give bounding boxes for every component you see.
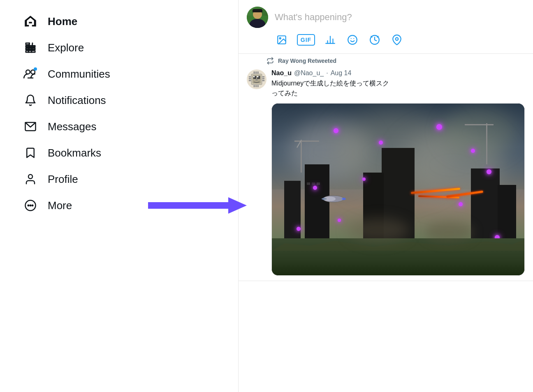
- sidebar-item-home-label: Home: [48, 15, 77, 28]
- svg-rect-39: [262, 80, 265, 81]
- tweet-text-line2: ってみた: [271, 90, 298, 97]
- svg-point-32: [253, 76, 255, 78]
- sidebar-item-notifications-label: Notifications: [48, 94, 106, 107]
- emoji-button[interactable]: [345, 33, 359, 47]
- messages-icon: [23, 119, 38, 134]
- bookmarks-icon: [23, 145, 38, 160]
- location-button[interactable]: [390, 33, 404, 47]
- svg-point-15: [32, 205, 33, 206]
- poll-button[interactable]: [323, 33, 337, 47]
- compose-placeholder[interactable]: What's happening?: [275, 12, 525, 23]
- retweet-indicator: Ray Wong Retweeted: [239, 54, 533, 65]
- sidebar-item-bookmarks-label: Bookmarks: [48, 147, 101, 159]
- sidebar-item-notifications[interactable]: Notifications: [16, 87, 222, 113]
- tweet-author-name: Nao_u: [271, 69, 292, 77]
- explore-icon: [23, 40, 38, 55]
- avatar: [247, 7, 268, 28]
- svg-line-6: [28, 43, 30, 53]
- gif-label: GIF: [301, 37, 311, 43]
- compose-toolbar: GIF: [247, 28, 525, 47]
- svg-rect-38: [262, 78, 265, 79]
- tweet-body: Nao_u @Nao_u_ · Aug 14 Midjourneyで生成した絵を…: [271, 69, 525, 276]
- svg-rect-41: [255, 85, 257, 88]
- svg-rect-36: [249, 80, 251, 81]
- compose-row: What's happening?: [247, 7, 525, 28]
- svg-rect-40: [254, 85, 255, 88]
- sidebar-item-messages[interactable]: Messages: [16, 113, 222, 140]
- arrow-annotation: [148, 196, 247, 215]
- sidebar: Home Explore: [0, 0, 239, 392]
- svg-marker-16: [148, 197, 247, 214]
- svg-rect-44: [255, 71, 257, 74]
- svg-rect-42: [257, 85, 259, 88]
- sidebar-item-explore[interactable]: Explore: [16, 35, 222, 61]
- communities-icon: [23, 67, 38, 81]
- tweet-item: Nao_u @Nao_u_ · Aug 14 Midjourneyで生成した絵を…: [239, 65, 533, 281]
- main-content: What's happening? GIF: [239, 0, 533, 392]
- sidebar-item-communities-label: Communities: [48, 68, 110, 81]
- tweet-image[interactable]: 3280: [271, 103, 525, 276]
- sidebar-item-explore-label: Explore: [48, 42, 84, 54]
- sidebar-item-more-label: More: [48, 199, 72, 212]
- communities-badge: [34, 67, 37, 71]
- tweet-avatar[interactable]: [247, 69, 266, 89]
- schedule-button[interactable]: [368, 33, 382, 47]
- svg-rect-45: [257, 71, 259, 74]
- sidebar-item-messages-label: Messages: [48, 120, 97, 133]
- svg-rect-43: [254, 71, 255, 74]
- svg-point-51: [342, 198, 346, 200]
- svg-point-33: [257, 76, 259, 78]
- svg-line-7: [32, 43, 33, 53]
- sidebar-item-profile-label: Profile: [48, 173, 78, 186]
- sidebar-item-profile[interactable]: Profile: [16, 166, 222, 192]
- compose-area: What's happening? GIF: [239, 0, 533, 54]
- svg-point-18: [280, 38, 281, 39]
- svg-rect-46: [255, 79, 258, 81]
- gif-button[interactable]: GIF: [297, 34, 315, 46]
- tweet-date: Aug 14: [331, 69, 352, 77]
- tweet-feed: Ray Wong Retweeted: [239, 54, 533, 392]
- sidebar-item-more[interactable]: More: [16, 192, 222, 219]
- svg-point-9: [31, 70, 35, 74]
- notifications-icon: [23, 93, 38, 108]
- svg-rect-35: [249, 78, 251, 79]
- image-button[interactable]: [275, 33, 289, 47]
- svg-point-11: [28, 175, 32, 179]
- tweet-text-line1: Midjourneyで生成した絵を使って横スク: [271, 80, 389, 87]
- svg-point-23: [348, 35, 357, 44]
- sidebar-item-communities[interactable]: Communities: [16, 61, 222, 87]
- tweet-text: Midjourneyで生成した絵を使って横スク ってみた: [271, 78, 525, 98]
- svg-point-14: [30, 205, 31, 206]
- retweet-label: Ray Wong Retweeted: [278, 58, 336, 64]
- svg-rect-34: [249, 76, 251, 78]
- svg-marker-50: [321, 197, 324, 201]
- sidebar-item-home[interactable]: Home: [16, 8, 222, 35]
- tweet-dot: ·: [326, 69, 328, 77]
- profile-icon: [23, 172, 38, 187]
- home-icon: [23, 14, 38, 29]
- svg-point-13: [28, 205, 29, 206]
- battle-scene-visual: 3280: [272, 104, 524, 275]
- tweet-author-handle: @Nao_u_: [294, 69, 324, 77]
- svg-point-8: [26, 70, 30, 74]
- more-icon: [23, 198, 38, 213]
- sidebar-item-bookmarks[interactable]: Bookmarks: [16, 140, 222, 166]
- svg-rect-37: [262, 76, 265, 78]
- tweet-header: Nao_u @Nao_u_ · Aug 14: [271, 69, 525, 77]
- svg-point-27: [396, 38, 399, 41]
